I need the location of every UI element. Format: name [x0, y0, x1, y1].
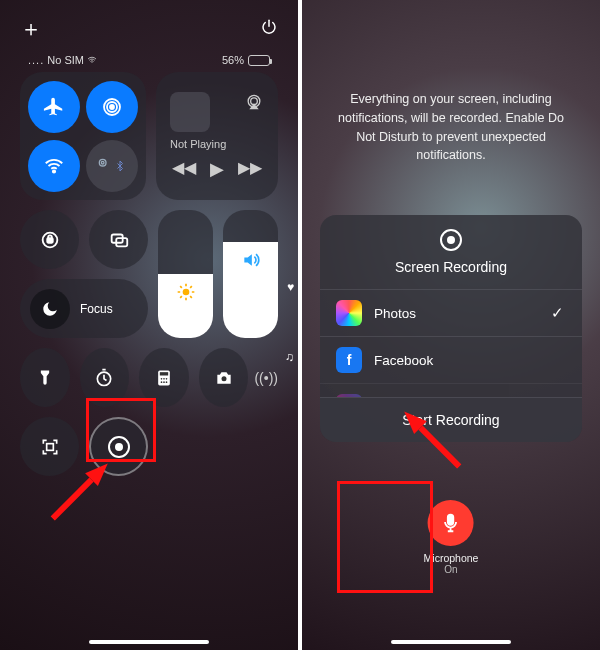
- app-option-photos[interactable]: Photos ✓: [320, 289, 582, 336]
- svg-point-4: [101, 161, 104, 164]
- wifi-toggle[interactable]: [28, 140, 80, 192]
- airplane-toggle[interactable]: [28, 81, 80, 133]
- svg-rect-31: [46, 443, 53, 450]
- phone-left: ＋ .... No SIM 56%: [0, 0, 298, 650]
- rewind-icon[interactable]: ◀◀: [172, 158, 196, 180]
- add-control-icon[interactable]: ＋: [20, 14, 42, 44]
- brightness-slider[interactable]: [158, 210, 213, 338]
- facebook-icon: f: [336, 347, 362, 373]
- media-tile[interactable]: Not Playing ◀◀ ▶ ▶▶: [156, 72, 278, 200]
- moon-icon: [30, 289, 70, 329]
- screen-record-button[interactable]: [89, 417, 148, 476]
- svg-line-17: [180, 286, 182, 288]
- svg-rect-34: [448, 515, 454, 525]
- phone-right: Everything on your screen, including not…: [302, 0, 600, 650]
- cellular-bt-toggle[interactable]: [86, 140, 138, 192]
- power-icon[interactable]: [260, 18, 278, 41]
- album-art: [170, 92, 210, 132]
- svg-line-32: [53, 480, 92, 519]
- svg-point-27: [161, 381, 163, 383]
- hearing-icon[interactable]: ((•)): [254, 370, 278, 386]
- svg-point-30: [221, 376, 226, 381]
- svg-point-29: [166, 381, 168, 383]
- app-label: Facebook: [374, 353, 433, 368]
- flashlight-button[interactable]: [20, 348, 70, 407]
- qr-scanner-button[interactable]: [20, 417, 79, 476]
- airplay-icon[interactable]: [244, 92, 264, 116]
- media-status: Not Playing: [170, 138, 226, 150]
- menu-title: Screen Recording: [320, 259, 582, 275]
- svg-rect-23: [160, 372, 168, 375]
- status-bar: .... No SIM 56%: [0, 50, 298, 72]
- svg-line-18: [190, 296, 192, 298]
- svg-point-12: [182, 289, 189, 296]
- mic-label: Microphone: [424, 552, 479, 564]
- check-icon: ✓: [551, 304, 564, 322]
- battery-pct: 56%: [222, 54, 244, 66]
- home-indicator[interactable]: [89, 640, 209, 644]
- screen-recording-menu: Screen Recording Photos ✓ f Facebook Ins…: [320, 215, 582, 442]
- volume-slider[interactable]: [223, 210, 278, 338]
- svg-point-0: [110, 105, 114, 109]
- forward-icon[interactable]: ▶▶: [238, 158, 262, 180]
- svg-point-26: [166, 378, 168, 380]
- screen-mirroring[interactable]: [89, 210, 148, 269]
- svg-point-5: [99, 159, 106, 166]
- record-icon: [440, 229, 462, 251]
- recording-info-text: Everything on your screen, including not…: [302, 0, 600, 165]
- mic-state: On: [424, 564, 479, 575]
- timer-button[interactable]: [80, 348, 130, 407]
- app-option-instagram[interactable]: Instagram: [320, 383, 582, 397]
- svg-line-20: [190, 286, 192, 288]
- svg-point-28: [163, 381, 165, 383]
- carrier-label: No SIM: [47, 54, 84, 66]
- svg-line-19: [180, 296, 182, 298]
- app-option-facebook[interactable]: f Facebook: [320, 336, 582, 383]
- home-indicator[interactable]: [391, 640, 511, 644]
- photos-icon: [336, 300, 362, 326]
- play-icon[interactable]: ▶: [210, 158, 224, 180]
- svg-point-3: [53, 170, 55, 172]
- battery-icon: [248, 55, 270, 66]
- music-recognition-icon[interactable]: ♫: [285, 350, 294, 364]
- svg-rect-9: [47, 238, 53, 243]
- speaker-icon: [241, 250, 261, 274]
- airdrop-toggle[interactable]: [86, 81, 138, 133]
- focus-button[interactable]: Focus: [20, 279, 148, 338]
- calculator-button[interactable]: [139, 348, 189, 407]
- svg-point-24: [161, 378, 163, 380]
- favorites-icon[interactable]: ♥: [287, 280, 294, 294]
- svg-point-25: [163, 378, 165, 380]
- instagram-icon: [336, 394, 362, 397]
- orientation-lock[interactable]: [20, 210, 79, 269]
- camera-button[interactable]: [199, 348, 249, 407]
- microphone-toggle[interactable]: Microphone On: [424, 500, 479, 575]
- app-label: Photos: [374, 306, 416, 321]
- microphone-icon: [440, 512, 462, 534]
- connectivity-tile[interactable]: [20, 72, 146, 200]
- start-recording-button[interactable]: Start Recording: [320, 397, 582, 442]
- focus-label: Focus: [80, 302, 113, 316]
- sun-icon: [176, 282, 196, 306]
